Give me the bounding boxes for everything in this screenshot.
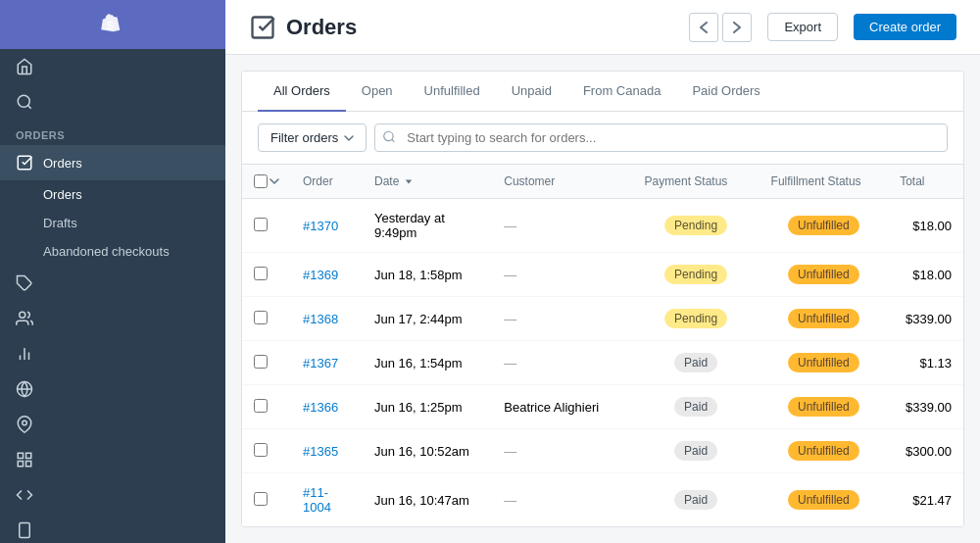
svg-point-6 — [20, 312, 25, 318]
home-icon — [16, 58, 33, 75]
row-total: $21.47 — [888, 473, 963, 527]
prev-button[interactable] — [689, 13, 718, 42]
row-customer: — — [492, 199, 632, 253]
sidebar-sub-drafts[interactable]: Drafts — [0, 209, 225, 237]
table-row: #1366 Jun 16, 1:25pm Beatrice Alighieri … — [242, 385, 963, 429]
col-header-fulfillment: Fulfillment Status — [760, 165, 889, 199]
table-row: #1365 Jun 16, 10:52am — Paid Unfulfilled… — [242, 429, 963, 473]
svg-rect-4 — [18, 156, 31, 170]
date-sort-icon — [405, 177, 413, 185]
row-date: Jun 18, 1:58pm — [363, 253, 492, 297]
sidebar-item-search[interactable] — [0, 84, 225, 120]
col-header-total: Total — [888, 165, 963, 199]
payment-badge: Pending — [664, 309, 727, 328]
row-customer: — — [492, 297, 632, 341]
table-header: Order Date Customer Payment Status Fulfi… — [242, 165, 963, 199]
orders-panel: All Orders Open Unfulfilled Unpaid From … — [241, 71, 964, 527]
tabs-bar: All Orders Open Unfulfilled Unpaid From … — [242, 72, 963, 112]
table-row: #1367 Jun 16, 1:54pm — Paid Unfulfilled … — [242, 341, 963, 385]
row-date: Jun 16, 10:52am — [363, 429, 492, 473]
apps-icon — [16, 451, 33, 469]
order-link[interactable]: #1365 — [303, 444, 338, 459]
next-button[interactable] — [722, 13, 752, 42]
fulfillment-badge: Unfulfilled — [788, 353, 859, 372]
col-header-date[interactable]: Date — [363, 165, 492, 199]
order-link[interactable]: #1369 — [303, 268, 338, 282]
row-checkbox-cell — [242, 429, 291, 473]
col-header-order: Order — [291, 165, 363, 199]
search-icon — [16, 93, 33, 111]
tab-from-canada[interactable]: From Canada — [567, 72, 676, 112]
sidebar-sub-abandoned[interactable]: Abandoned checkouts — [0, 237, 225, 266]
order-link[interactable]: #1370 — [303, 219, 338, 233]
tab-unpaid[interactable]: Unpaid — [496, 72, 567, 112]
sidebar-item-mobile[interactable] — [0, 513, 225, 543]
fulfillment-badge: Unfulfilled — [788, 397, 859, 417]
chevron-down-icon — [344, 135, 354, 141]
order-link[interactable]: #1368 — [303, 312, 338, 326]
row-checkbox[interactable] — [254, 267, 268, 280]
create-order-button[interactable]: Create order — [854, 14, 956, 40]
row-fulfillment-status: Unfulfilled — [760, 199, 889, 253]
payment-badge: Paid — [674, 353, 717, 372]
row-payment-status: Paid — [633, 429, 760, 473]
row-checkbox[interactable] — [254, 492, 268, 506]
sidebar-item-home[interactable] — [0, 49, 225, 84]
export-button[interactable]: Export — [767, 13, 838, 41]
row-payment-status: Pending — [633, 297, 760, 341]
col-header-check — [242, 165, 291, 199]
search-icon — [382, 129, 396, 146]
row-date: Jun 16, 1:25pm — [363, 385, 492, 429]
sidebar-item-location[interactable] — [0, 407, 225, 442]
row-fulfillment-status: Unfulfilled — [760, 341, 889, 385]
search-input[interactable] — [374, 123, 948, 152]
row-order-id: #1370 — [291, 199, 363, 253]
row-total: $300.00 — [888, 429, 963, 473]
row-date: Jun 17, 2:44pm — [363, 297, 492, 341]
sidebar-item-customers[interactable] — [0, 301, 225, 336]
shopify-logo: S — [0, 0, 225, 49]
filter-button[interactable]: Filter orders — [258, 123, 367, 152]
row-total: $339.00 — [888, 385, 963, 429]
order-link[interactable]: #1366 — [303, 400, 338, 415]
order-link[interactable]: #1367 — [303, 356, 338, 370]
sidebar-item-marketing[interactable] — [0, 371, 225, 407]
row-checkbox[interactable] — [254, 218, 268, 231]
row-checkbox[interactable] — [254, 355, 268, 369]
fulfillment-badge: Unfulfilled — [788, 490, 859, 510]
location-icon — [16, 416, 33, 433]
tab-all-orders[interactable]: All Orders — [258, 72, 346, 112]
svg-point-12 — [23, 420, 27, 425]
sidebar-item-orders[interactable]: Orders — [0, 145, 225, 180]
table-row: #11-1004 Jun 16, 10:47am — Paid Unfulfil… — [242, 473, 963, 527]
svg-line-21 — [392, 139, 395, 142]
select-all-checkbox[interactable] — [254, 174, 268, 188]
row-checkbox[interactable] — [254, 311, 268, 324]
svg-rect-16 — [18, 462, 23, 467]
row-checkbox[interactable] — [254, 443, 268, 457]
analytics-icon — [16, 345, 33, 363]
tab-open[interactable]: Open — [346, 72, 409, 112]
orders-toolbar: Filter orders — [242, 112, 963, 165]
order-link[interactable]: #11-1004 — [303, 485, 331, 515]
payment-badge: Paid — [674, 490, 717, 510]
orders-table: Order Date Customer Payment Status Fulfi… — [242, 165, 963, 526]
sidebar-item-apps[interactable] — [0, 442, 225, 477]
orders-header-icon — [249, 14, 276, 41]
sidebar-item-code[interactable] — [0, 477, 225, 513]
sidebar-sub-orders[interactable]: Orders — [0, 180, 225, 209]
sidebar-item-products[interactable] — [0, 266, 225, 301]
table-row: #1369 Jun 18, 1:58pm — Pending Unfulfill… — [242, 253, 963, 297]
fulfillment-badge: Unfulfilled — [788, 216, 859, 235]
page-title-area: Orders — [249, 14, 673, 41]
row-total: $1.13 — [888, 341, 963, 385]
customers-icon — [16, 310, 33, 327]
row-checkbox[interactable] — [254, 399, 268, 413]
tab-unfulfilled[interactable]: Unfulfilled — [409, 72, 496, 112]
row-order-id: #1365 — [291, 429, 363, 473]
table-row: #1368 Jun 17, 2:44pm — Pending Unfulfill… — [242, 297, 963, 341]
tab-paid-orders[interactable]: Paid Orders — [676, 72, 775, 112]
sidebar-item-analytics[interactable] — [0, 336, 225, 371]
payment-badge: Pending — [664, 216, 727, 235]
select-all-chevron-icon[interactable] — [270, 178, 279, 184]
